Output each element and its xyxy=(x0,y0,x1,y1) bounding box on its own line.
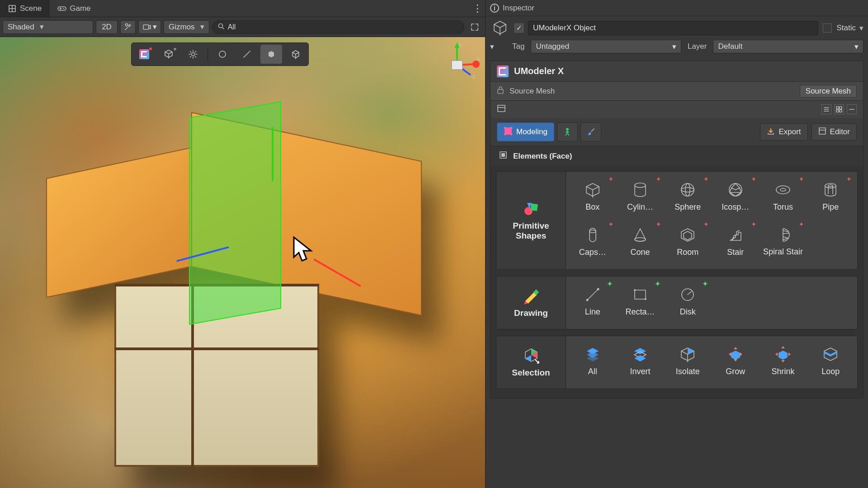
layers-panel-icon[interactable] xyxy=(497,104,506,115)
tool-disk-label: Disk xyxy=(680,307,696,317)
gameobject-icon[interactable] xyxy=(490,18,510,38)
tool-disk[interactable]: ✦Disk xyxy=(664,281,712,324)
gameobject-name-field[interactable]: UModelerX Object xyxy=(528,21,818,35)
static-dropdown[interactable]: Static ▾ xyxy=(836,23,863,33)
scene-search[interactable] xyxy=(212,20,464,34)
scene-toolbar: Shaded ▾ 2D ▾ Gizmos ▾ xyxy=(0,17,485,37)
svg-point-46 xyxy=(645,298,646,300)
tool-all[interactable]: All xyxy=(569,341,616,384)
svg-point-3 xyxy=(218,23,222,28)
editor-button[interactable]: Editor xyxy=(811,123,857,141)
tab-scene[interactable]: Scene xyxy=(0,0,50,17)
tag-dropdown[interactable]: Untagged ▾ xyxy=(531,40,681,53)
camera-dropdown[interactable]: ▾ xyxy=(138,20,161,34)
tool-loop[interactable]: Loop xyxy=(807,341,854,384)
tool-cylinder[interactable]: +Cylin… xyxy=(616,176,664,220)
scene-viewport[interactable]: y x z + xyxy=(0,37,485,488)
svg-point-32 xyxy=(681,188,694,192)
tool-line[interactable]: ✦Line xyxy=(569,281,616,324)
chevron-down-icon: ▾ xyxy=(859,23,863,33)
tool-shrink[interactable]: Shrink xyxy=(759,341,807,384)
svg-rect-16 xyxy=(836,110,839,112)
elements-section-title: Elements (Face) xyxy=(513,152,572,161)
umodeler-logo-icon xyxy=(497,66,509,77)
tool-capsule[interactable]: +Caps… xyxy=(569,221,616,265)
select-invert-icon xyxy=(630,344,650,364)
tool-cone[interactable]: +Cone xyxy=(616,221,664,265)
tool-shrink-label: Shrink xyxy=(771,367,794,376)
tool-grow-label: Grow xyxy=(726,367,745,376)
export-button[interactable]: Export xyxy=(760,123,807,141)
inspector-title: Inspector xyxy=(503,4,534,13)
tool-rectangle[interactable]: ✦Recta… xyxy=(616,281,664,324)
scene-search-input[interactable] xyxy=(228,23,458,31)
settings-button[interactable] xyxy=(182,45,204,64)
spiral-stair-icon xyxy=(773,225,793,245)
tool-line-label: Line xyxy=(585,307,600,317)
info-icon[interactable]: i xyxy=(490,4,499,13)
gizmos-dropdown[interactable]: Gizmos ▾ xyxy=(164,20,209,34)
group-selection-label: Selection xyxy=(512,368,550,378)
orientation-gizmo[interactable]: y x z xyxy=(435,42,479,81)
layer-dropdown[interactable]: Default ▾ xyxy=(713,40,863,53)
chevron-down-icon: ▾ xyxy=(672,42,676,52)
component-header[interactable]: UModeler X xyxy=(491,61,863,82)
svg-rect-0 xyxy=(58,7,66,10)
select-vertex-button[interactable] xyxy=(212,45,233,64)
svg-rect-2 xyxy=(143,25,149,29)
svg-point-37 xyxy=(825,183,836,188)
tool-grow[interactable]: Grow xyxy=(712,341,759,384)
svg-point-43 xyxy=(597,288,599,291)
svg-point-45 xyxy=(634,289,636,291)
mode-tab-rigging[interactable] xyxy=(557,122,578,141)
elements-section-header[interactable]: Elements (Face) xyxy=(491,146,863,166)
box-icon xyxy=(583,180,603,200)
layout-compact-icon[interactable] xyxy=(847,104,857,114)
select-object-button[interactable] xyxy=(285,45,307,64)
gameobject-enabled-checkbox[interactable]: ✓ xyxy=(514,23,524,33)
tool-pipe[interactable]: +Pipe xyxy=(807,176,854,220)
view-tabs: Scene Game ⋮ xyxy=(0,0,485,17)
gameobject-header: ✓ UModelerX Object Static ▾ xyxy=(486,16,868,40)
plus-icon: + xyxy=(656,221,660,228)
layout-grid-icon[interactable] xyxy=(834,104,844,114)
gameobject-type-chevron-icon[interactable]: ▾ xyxy=(490,42,494,52)
tab-game[interactable]: Game xyxy=(50,0,99,17)
svg-rect-9 xyxy=(452,61,462,70)
scene-tools-icon[interactable] xyxy=(120,20,136,34)
tool-isolate[interactable]: Isolate xyxy=(664,341,712,384)
shading-dropdown[interactable]: Shaded ▾ xyxy=(3,20,93,34)
svg-point-20 xyxy=(510,127,512,129)
svg-rect-13 xyxy=(498,105,505,112)
expand-icon[interactable] xyxy=(467,20,482,34)
group-selection-sidebar: Selection xyxy=(496,336,566,389)
inspector-panel: i Inspector ✓ UModelerX Object Static ▾ … xyxy=(486,0,868,488)
umodeler-logo-button[interactable] xyxy=(133,45,155,64)
add-primitive-button[interactable]: + xyxy=(158,45,179,64)
mode-tab-paint[interactable] xyxy=(580,122,601,141)
group-selection-grid: All Invert Isolate Grow Shrink Loop xyxy=(566,336,857,389)
editor-icon xyxy=(818,127,826,137)
mode-tab-modeling[interactable]: Modeling xyxy=(497,122,554,141)
select-face-button[interactable] xyxy=(260,45,282,64)
primitive-shapes-icon xyxy=(523,200,540,217)
tool-stair[interactable]: +Stair xyxy=(712,221,759,265)
source-mesh-field[interactable]: Source Mesh xyxy=(800,85,857,98)
tag-value: Untagged xyxy=(536,42,569,51)
line-icon xyxy=(583,285,603,305)
static-checkbox[interactable] xyxy=(823,23,832,33)
toggle-2d-button[interactable]: 2D xyxy=(96,20,118,34)
tool-box[interactable]: +Box xyxy=(569,176,616,220)
layout-list-icon[interactable] xyxy=(821,104,831,114)
plus-icon: + xyxy=(704,175,708,183)
tool-sphere[interactable]: +Sphere xyxy=(664,176,712,220)
plus-icon: + xyxy=(799,221,803,228)
tool-room[interactable]: +Room xyxy=(664,221,712,265)
tool-icosphere[interactable]: +Icosp… xyxy=(712,176,759,220)
tool-invert[interactable]: Invert xyxy=(616,341,664,384)
tool-spiral-stair[interactable]: +Spiral Stair xyxy=(759,221,807,265)
tabs-menu-icon[interactable]: ⋮ xyxy=(470,3,485,14)
tool-torus[interactable]: +Torus xyxy=(759,176,807,220)
svg-point-40 xyxy=(635,238,646,241)
select-edge-button[interactable] xyxy=(236,45,258,64)
